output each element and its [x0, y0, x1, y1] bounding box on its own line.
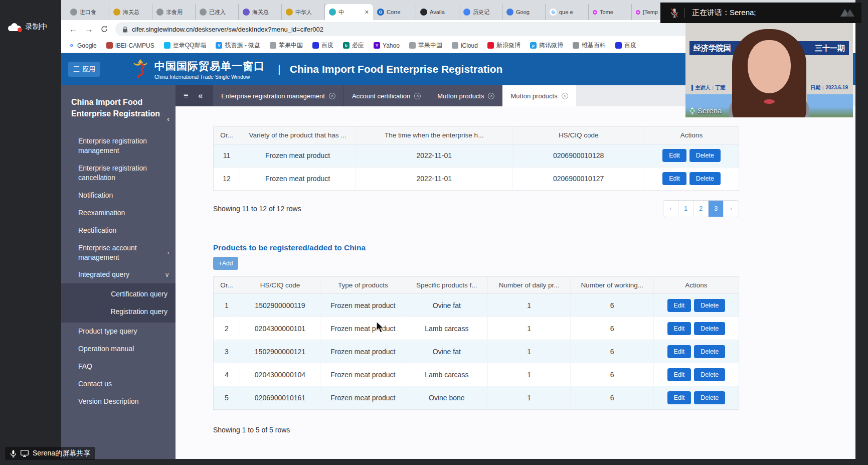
bookmark-12[interactable]: 维基百科: [573, 41, 606, 50]
edit-button[interactable]: Edit: [662, 172, 686, 185]
bookmark-6[interactable]: b必应: [343, 41, 364, 50]
sidebar-item-label: FAQ: [78, 362, 92, 370]
history-icon: [463, 9, 470, 16]
bookmark-3[interactable]: V找资源 - 微盘: [216, 41, 260, 50]
page-button-1[interactable]: 1: [678, 201, 693, 217]
tools-icon: [286, 9, 293, 16]
tab-close-icon[interactable]: ×: [414, 93, 421, 99]
delete-button[interactable]: Delete: [694, 391, 725, 404]
table-cell: Ovine bone: [406, 386, 487, 409]
bookmark-13[interactable]: 百度: [615, 41, 636, 50]
bookmark-0[interactable]: GGoogle: [68, 42, 97, 49]
workspace-collapse-icon[interactable]: «: [198, 91, 203, 100]
tab-close-icon[interactable]: ✕: [365, 9, 369, 16]
sidebar-item-notification[interactable]: Notification: [61, 187, 176, 204]
sidebar-item-faq[interactable]: FAQ: [61, 358, 176, 375]
edit-button[interactable]: Edit: [662, 149, 686, 162]
bookmark-4[interactable]: 苹果中国: [270, 41, 303, 50]
browser-tab-2[interactable]: 非食用: [152, 4, 196, 20]
browser-tab-3[interactable]: 已准入: [196, 4, 239, 20]
globe-icon: [156, 9, 163, 16]
browser-tab-7[interactable]: OCorre: [373, 4, 416, 20]
delete-button[interactable]: Delete: [689, 172, 721, 185]
edit-button[interactable]: Edit: [667, 299, 691, 312]
workspace-tab-3[interactable]: Mutton products×: [502, 85, 576, 106]
delete-button[interactable]: Delete: [694, 368, 725, 381]
table-cell: 1: [488, 386, 571, 409]
workspace-tab-2[interactable]: Mutton products×: [429, 85, 502, 106]
table-cell: 0206900010128: [513, 144, 644, 167]
bookmark-8[interactable]: 苹果中国: [409, 41, 442, 50]
add-product-button[interactable]: +Add: [213, 257, 238, 270]
sidebar-subitem-registration-query[interactable]: Registration query: [61, 303, 176, 321]
browser-tab-12[interactable]: Tome: [589, 4, 632, 20]
sidebar-item-contact-us[interactable]: Contact us: [61, 375, 176, 393]
tab-close-icon[interactable]: ×: [562, 93, 568, 99]
delete-button[interactable]: Delete: [694, 299, 725, 312]
browser-tab-11[interactable]: Gque e: [546, 4, 589, 20]
sidebar-submenu: Certification queryRegistration query: [61, 283, 176, 323]
sidebar-item-enterprise-account-management[interactable]: Enterprise account management‹: [61, 239, 176, 266]
tab-close-icon[interactable]: ×: [488, 93, 494, 99]
sidebar-item-label: Enterprise account management: [78, 244, 137, 261]
forward-icon[interactable]: →: [85, 25, 93, 34]
bookmark-9[interactable]: iCloud: [452, 42, 478, 49]
browser-tab-8[interactable]: Availa: [416, 4, 459, 20]
bookmark-11[interactable]: p腾讯微博: [530, 41, 563, 50]
workspace-tab-0[interactable]: Enterprise registration management×: [213, 85, 343, 106]
column-header: Number of daily pr...: [488, 277, 571, 294]
edit-button[interactable]: Edit: [667, 368, 691, 381]
actions-cell: EditDelete: [653, 294, 739, 317]
page-next-button[interactable]: ›: [724, 201, 739, 217]
table-cell: 6: [571, 363, 653, 386]
table-cell: 1: [214, 294, 240, 317]
table-cell: Frozen meat product: [320, 317, 406, 340]
browser-tab-4[interactable]: 海关总: [239, 4, 282, 20]
sidebar-item-enterprise-registration-management[interactable]: Enterprise registration management: [61, 132, 176, 160]
sidebar-item-integrated-query[interactable]: Integrated query∨: [61, 266, 176, 283]
registered-table-summary: Showing 11 to 12 of 12 rows: [213, 205, 301, 213]
bookmark-10[interactable]: 新浪微博: [487, 41, 520, 50]
sidebar-item-operation-manual[interactable]: Operation manual: [61, 340, 176, 358]
browser-tab-10[interactable]: Goog: [502, 4, 546, 20]
bookmark-7[interactable]: YYahoo: [374, 42, 400, 49]
page-button-3[interactable]: 3: [709, 201, 724, 217]
tab-close-icon[interactable]: ×: [329, 93, 335, 99]
edit-button[interactable]: Edit: [667, 345, 691, 358]
workspace-menu-icon[interactable]: ≡: [184, 91, 188, 100]
hamburger-icon: 三: [73, 65, 80, 74]
page-prev-button[interactable]: ‹: [663, 201, 678, 217]
bookmark-label: 新浪微博: [496, 41, 520, 50]
sidebar-item-reexamination[interactable]: Reexamination: [61, 204, 176, 222]
sidebar-item-rectification[interactable]: Rectification: [61, 222, 176, 239]
delete-button[interactable]: Delete: [694, 345, 725, 358]
bookmark-1[interactable]: IBEI-CAMPUS: [106, 42, 154, 49]
workspace-tab-label: Enterprise registration management: [221, 92, 325, 100]
browser-tab-0[interactable]: 进口食: [66, 4, 109, 20]
sidebar-item-version-description[interactable]: Version Description: [61, 393, 176, 410]
workspace-tab-1[interactable]: Account certification×: [343, 85, 429, 106]
bookmark-5[interactable]: 百度: [312, 41, 333, 50]
mic-muted-icon[interactable]: [670, 8, 678, 18]
sidebar-collapse-icon[interactable]: ‹: [167, 113, 169, 124]
edit-button[interactable]: Edit: [667, 322, 691, 335]
browser-tab-9[interactable]: 历史记: [459, 4, 502, 20]
browser-tab-5[interactable]: 中华人: [282, 4, 325, 20]
browser-tab-1[interactable]: 海关总: [109, 4, 152, 20]
sidebar-item-product-type-query[interactable]: Product type query: [61, 323, 176, 340]
delete-button[interactable]: Delete: [689, 149, 721, 162]
delete-button[interactable]: Delete: [694, 322, 725, 335]
page-button-2[interactable]: 2: [693, 201, 709, 217]
reload-icon[interactable]: [100, 25, 108, 33]
apps-menu-button[interactable]: 三 应用: [68, 62, 100, 77]
banner-text-left: 经济学院国: [693, 44, 731, 53]
bookmark-label: Google: [77, 42, 97, 49]
sidebar-item-enterprise-registration-cancellation[interactable]: Enterprise registration cancellation: [61, 160, 176, 187]
table-cell: 6: [571, 340, 653, 363]
back-icon[interactable]: ←: [69, 25, 78, 34]
edit-button[interactable]: Edit: [667, 391, 691, 404]
bookmark-2[interactable]: 登录QQ邮箱: [164, 41, 207, 50]
browser-tab-6[interactable]: 中✕: [325, 4, 373, 20]
meeting-video-tile[interactable]: 经济学院国 三十一期 ▍主讲人：丁慧 日期：2023.6.19 Serena: [685, 23, 853, 117]
sidebar-subitem-certification-query[interactable]: Certification query: [61, 285, 176, 303]
